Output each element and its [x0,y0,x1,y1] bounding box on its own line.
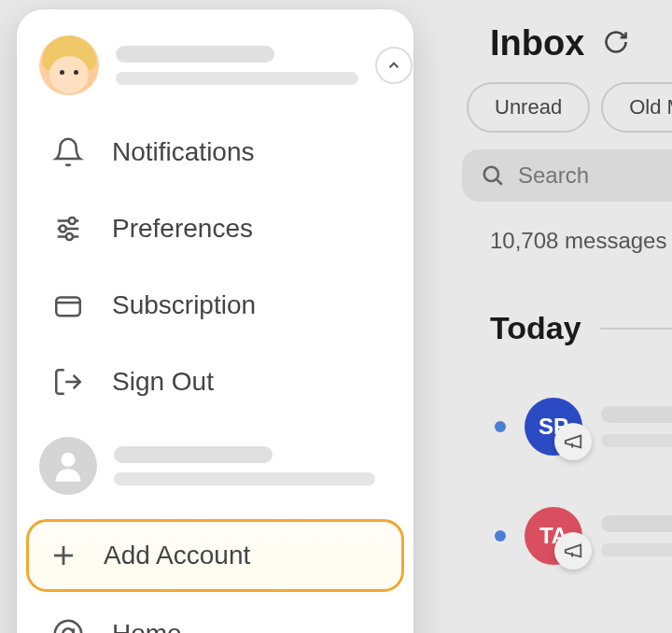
message-count: 10,708 messages [462,228,672,254]
at-icon [50,616,86,633]
avatar: TA [525,507,582,565]
search-placeholder: Search [518,162,589,189]
today-label: Today [490,310,581,346]
svg-rect-8 [56,298,80,316]
message-row[interactable]: TA [490,507,672,565]
account-menu: Notifications Preferences Subscription [17,9,413,633]
svg-point-13 [63,628,73,633]
filter-pills: Unread Old M [462,82,672,133]
divider [600,328,672,330]
refresh-icon[interactable] [603,29,629,59]
menu-label: Notifications [112,137,255,167]
unread-dot-icon [495,530,506,542]
unread-dot-icon [495,421,506,432]
menu-label: Subscription [112,290,256,320]
svg-point-10 [62,453,76,467]
menu-notifications[interactable]: Notifications [17,114,413,190]
message-preview [601,406,672,447]
svg-point-0 [484,167,498,181]
message-row[interactable]: SP [490,398,672,456]
message-preview [601,515,672,556]
sliders-icon [50,211,86,246]
account-info-placeholder [114,446,391,485]
avatar: SP [525,398,582,456]
search-icon [481,163,505,188]
menu-label: Home [112,619,182,633]
menu-preferences[interactable]: Preferences [17,190,413,267]
inbox-header: Inbox [462,23,672,63]
bell-icon [50,134,86,170]
svg-line-1 [497,179,501,184]
wallet-icon [50,288,86,323]
secondary-account[interactable] [17,420,413,500]
menu-signout[interactable]: Sign Out [17,344,413,420]
today-section: Today SP TA [462,310,672,565]
menu-label: Preferences [112,214,253,244]
filter-old[interactable]: Old M [601,82,672,133]
inbox-main: Inbox Unread Old M Search 10,708 message… [462,0,672,633]
menu-label: Sign Out [112,367,214,397]
add-account-button[interactable]: Add Account [26,519,404,592]
current-account[interactable] [17,28,413,114]
megaphone-icon [554,423,592,460]
filter-unread[interactable]: Unread [467,82,590,133]
plus-icon [49,542,77,570]
collapse-button[interactable] [375,47,413,84]
signout-icon [50,364,86,400]
svg-point-3 [69,218,76,224]
menu-subscription[interactable]: Subscription [17,267,413,344]
person-icon [39,437,97,495]
today-header: Today [490,310,672,346]
add-account-label: Add Account [104,541,250,570]
svg-point-7 [66,233,73,240]
svg-point-5 [60,225,66,232]
inbox-title: Inbox [490,23,584,63]
menu-home[interactable]: Home [17,599,413,633]
search-input[interactable]: Search [462,149,672,202]
megaphone-icon [554,532,592,570]
chevron-up-icon [385,57,402,74]
account-info-placeholder [116,46,358,85]
memoji-avatar-icon [39,35,99,95]
